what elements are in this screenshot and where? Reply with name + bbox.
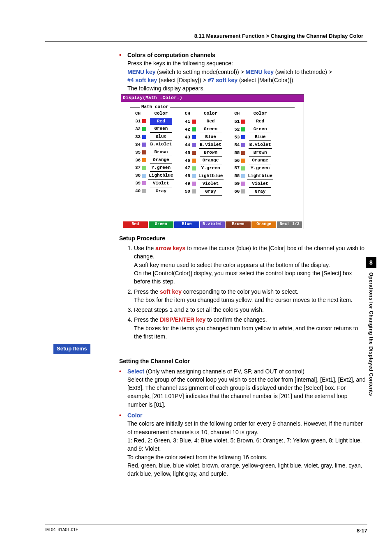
color-value-box[interactable]: B.violet [150,141,173,148]
color-value-box[interactable]: Green [249,126,271,133]
color-body-3: To change the color select from the foll… [127,453,367,461]
chapter-title: Operations for Changing the Displayed Co… [368,272,374,396]
color-value-box[interactable]: Y.green [150,165,172,172]
procedure-step-extra: On the [Control(Color)] display, you mus… [134,269,367,286]
color-value-box[interactable]: Lightblue [247,173,273,180]
procedure-step-extra: The boxes for the items you changed turn… [134,324,367,341]
color-swatch [192,174,196,178]
color-swatch [241,127,245,131]
color-swatch [241,174,245,178]
color-value-box[interactable]: Violet [200,181,222,188]
following-line: The following display appears. [127,84,367,92]
color-value-box[interactable]: Blue [150,134,172,140]
footer-doc-id: IM 04L31A01-01E [45,527,78,534]
color-swatch [192,159,196,163]
key-sequence: MENU key (switch to setting mode(control… [127,68,367,85]
color-swatch [241,151,245,155]
color-value-box[interactable]: Violet [249,181,271,188]
setting-channel-color-heading: Setting the Channel Color [119,357,367,365]
chapter-number: 8 [366,257,376,268]
color-swatch [241,159,245,163]
color-value-box[interactable]: Gray [200,189,222,196]
footer-page-number: 8-17 [357,527,367,534]
procedure-step: Repeat steps 1 and 2 to set all the colo… [134,306,367,314]
color-value-box[interactable]: Gray [249,189,271,196]
softkey[interactable]: Next 1/3 [277,221,302,228]
display-screenshot: Display(Math -Color-) Math color CHColor… [121,94,304,229]
color-value-box[interactable]: Violet [150,180,172,187]
setup-items-tag: Setup Items [53,344,90,354]
color-value-box[interactable]: Brown [150,149,172,156]
softkey[interactable]: Brown [226,221,251,228]
color-value-box[interactable]: Brown [249,150,271,157]
color-value-box[interactable]: Lightblue [148,173,174,180]
select-bullet: • Select (Only when assigning channels o… [119,367,367,375]
color-swatch [142,174,146,178]
page-header: 8.11 Measurement Function > Changing the… [45,33,367,42]
color-value-box[interactable]: Red [150,118,172,125]
color-value-box[interactable]: Green [150,126,172,133]
color-value-box[interactable]: Red [200,118,222,125]
key-name: DISP/ENTER key [160,316,205,323]
softkey[interactable]: Orange [251,221,277,228]
procedure-step: Press the DISP/ENTER key to confirm the … [134,315,367,341]
color-swatch [142,158,146,162]
color-swatch [241,143,245,147]
softkey[interactable]: Blue [174,221,199,228]
color-value-box[interactable]: Brown [200,150,222,157]
color-swatch [142,166,146,170]
color-swatch [142,150,146,154]
color-swatch [192,143,196,147]
color-swatch [142,127,146,131]
color-swatch [192,151,196,155]
color-swatch [192,135,196,139]
color-swatch [142,181,146,185]
channel-color-column: CHColor51Red52Green53Blue54B.violet55Bro… [233,110,274,196]
procedure-step-extra: The box for the item you changed turns y… [134,296,367,304]
color-body-1: The colors are initially set in the foll… [127,419,367,436]
press-line: Press the keys in the following sequence… [127,59,367,67]
color-swatch [142,135,146,139]
select-body: Select the group of the control loop you… [127,375,367,409]
softkey[interactable]: B.violet [200,221,225,228]
softkey[interactable]: Red [123,221,148,228]
channel-color-column: CHColor41Red42Green43Blue44B.violet45Bro… [184,110,225,196]
procedure-step: Press the soft key corresponding to the … [134,288,367,304]
color-swatch [142,143,146,147]
color-value-box[interactable]: Lightblue [198,173,224,180]
procedure-step-extra: A soft key menu used to select the color… [134,261,367,269]
color-value-box[interactable]: Orange [200,157,222,164]
color-value-box[interactable]: Blue [200,134,222,141]
color-value-box[interactable]: Orange [150,157,172,164]
softkey-row: RedGreenBlueB.violetBrownOrangeNext 1/3 [121,221,304,229]
color-value-box[interactable]: Blue [249,134,271,141]
color-value-box[interactable]: Red [249,118,271,125]
color-swatch [192,166,196,170]
procedure-list: Use the arrow keys to move the cursor (b… [119,244,367,341]
color-body-2: 1: Red, 2: Green, 3: Blue, 4: Blue viole… [127,436,367,453]
color-swatch [241,120,245,124]
color-value-box[interactable]: Y.green [200,165,222,172]
key-name: arrow keys [155,245,185,251]
color-swatch [192,182,196,186]
screenshot-title: Display(Math -Color-) [121,94,304,102]
color-value-box[interactable]: Orange [249,157,271,164]
color-bullet: • Color [119,411,367,419]
setup-procedure-heading: Setup Procedure [119,234,367,242]
key-name: soft key [160,288,182,295]
color-value-box[interactable]: Gray [150,188,172,195]
color-value-box[interactable]: B.violet [199,142,222,149]
softkey[interactable]: Green [149,221,174,228]
color-value-box[interactable]: Y.green [249,165,271,172]
color-value-box[interactable]: B.violet [249,142,272,149]
color-swatch [192,127,196,131]
procedure-step: Use the arrow keys to move the cursor (b… [134,244,367,286]
color-swatch [142,189,146,193]
color-value-box[interactable]: Green [200,126,222,133]
color-swatch [192,189,196,193]
color-body-4: Red, green, blue, blue violet, brown, or… [127,461,367,478]
channel-color-column: CHColor31Red32Green33Blue34B.violet35Bro… [134,110,175,196]
color-swatch [241,135,245,139]
color-swatch [241,189,245,193]
color-swatch [241,166,245,170]
